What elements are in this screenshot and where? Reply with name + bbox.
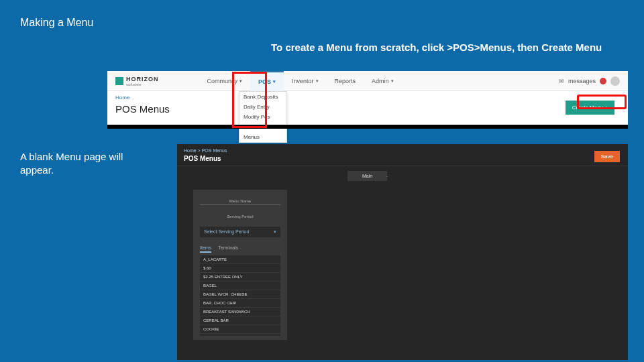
- instruction-left: A blank Menu page will appear.: [20, 150, 148, 176]
- serving-period-field-wrap: Serving Period: [200, 212, 280, 220]
- notification-badge[interactable]: [600, 78, 606, 84]
- dropdown-item-menus[interactable]: Menus: [239, 132, 286, 142]
- pos-dropdown: Bank Deposits Daily Entry Modify Pos Ite…: [239, 91, 287, 143]
- serving-period-label: Serving Period: [200, 215, 280, 219]
- list-item[interactable]: CEREAL BAR: [200, 316, 280, 325]
- app-topbar: HORIZON software Community ▾ POS ▾ Inven…: [107, 71, 628, 91]
- nav-inventory[interactable]: Inventor ▾: [284, 71, 327, 91]
- list-item[interactable]: BAGEL W/CR. CHEESE: [200, 290, 280, 299]
- logo-subtext: software: [126, 82, 159, 86]
- list-item[interactable]: BREAKFAST SANDWICH: [200, 308, 280, 316]
- messages-icon[interactable]: ✉: [559, 78, 564, 84]
- menu-name-field[interactable]: Menu Name: [200, 196, 280, 205]
- nav-admin-label: Admin: [372, 78, 389, 84]
- app-logo: HORIZON software: [115, 76, 159, 86]
- chevron-down-icon: ▾: [239, 78, 242, 84]
- create-menu-button[interactable]: Create Menu +: [566, 101, 614, 115]
- page-title: POS Menus: [115, 103, 170, 115]
- menu-config-panel: Menu Name Serving Period Select Serving …: [193, 190, 287, 340]
- logo-mark-icon: [115, 77, 123, 85]
- serving-period-select[interactable]: Select Serving Period ▾: [200, 227, 280, 237]
- list-item[interactable]: FRENCH FRIES: [200, 334, 280, 336]
- decorative-bar: [107, 125, 628, 129]
- item-tabs: Items Terminals: [200, 245, 280, 253]
- list-item[interactable]: BAR, CHOC CHIP: [200, 299, 280, 308]
- item-list: A_LACARTE $.60 $2.25 ENTREE ONLY BAGEL B…: [200, 255, 280, 336]
- avatar[interactable]: [610, 76, 620, 86]
- page-title: POS Menus: [184, 155, 221, 162]
- breadcrumb[interactable]: Home > POS Menus: [184, 148, 227, 153]
- save-button[interactable]: Save: [594, 151, 620, 162]
- breadcrumb[interactable]: Home: [115, 95, 129, 101]
- messages-label: messages: [568, 78, 596, 84]
- slide-title: Making a Menu: [20, 17, 93, 29]
- tab-items[interactable]: Items: [200, 245, 211, 253]
- screenshot-blank-menu-page: Home > POS Menus POS Menus Save Main - M…: [177, 144, 628, 360]
- tab-main[interactable]: Main: [347, 171, 387, 181]
- list-item[interactable]: $2.25 ENTREE ONLY: [200, 273, 280, 282]
- tab-secondary[interactable]: -: [386, 174, 388, 178]
- dropdown-item-bank-deposits[interactable]: Bank Deposits: [239, 92, 286, 102]
- main-nav: Community ▾ POS ▾ Inventor ▾ Reports Adm…: [199, 71, 402, 91]
- nav-reports-label: Reports: [335, 78, 356, 84]
- dropdown-item-daily-entry[interactable]: Daily Entry: [239, 102, 286, 112]
- chevron-down-icon: ▾: [316, 78, 319, 84]
- nav-community-label: Community: [207, 78, 238, 84]
- nav-admin[interactable]: Admin ▾: [364, 71, 402, 91]
- topbar-right: ✉ messages: [559, 76, 620, 86]
- chevron-down-icon: ▾: [273, 79, 276, 84]
- nav-inventory-label: Inventor: [292, 78, 314, 84]
- nav-pos[interactable]: POS ▾: [250, 71, 284, 91]
- nav-community[interactable]: Community ▾: [199, 71, 251, 91]
- screenshot-pos-menus-header: HORIZON software Community ▾ POS ▾ Inven…: [107, 71, 628, 129]
- chevron-down-icon: ▾: [274, 229, 276, 235]
- serving-period-placeholder: Select Serving Period: [204, 229, 249, 235]
- list-item[interactable]: $.60: [200, 264, 280, 273]
- list-item[interactable]: A_LACARTE: [200, 255, 280, 264]
- list-item[interactable]: COOKIE: [200, 325, 280, 334]
- list-item[interactable]: BAGEL: [200, 282, 280, 290]
- tab-terminals[interactable]: Terminals: [218, 245, 238, 253]
- nav-reports[interactable]: Reports: [327, 71, 364, 91]
- nav-pos-label: POS: [258, 78, 271, 85]
- divider: [177, 166, 628, 166]
- instruction-top: To create a Menu from scratch, click >PO…: [271, 42, 602, 53]
- dropdown-item-modify-pos[interactable]: Modify Pos: [239, 112, 286, 122]
- chevron-down-icon: ▾: [391, 78, 394, 84]
- logo-text: HORIZON: [126, 76, 159, 82]
- menu-name-label: Menu Name: [200, 199, 280, 203]
